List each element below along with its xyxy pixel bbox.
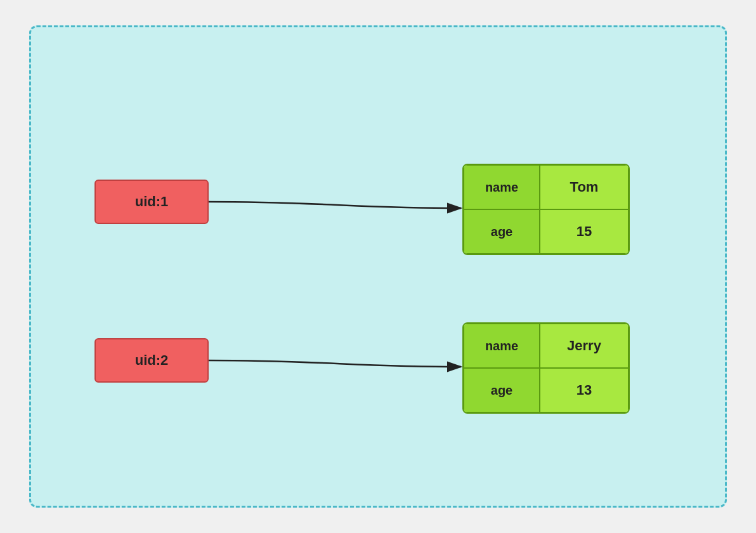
record-table-1: name Tom age 15 <box>462 164 630 255</box>
record-table-2: name Jerry age 13 <box>462 322 630 414</box>
arrow-uid2-record2 <box>209 360 461 367</box>
diagram-canvas: uid:1 uid:2 name Tom age 15 name Jerry a… <box>29 25 727 508</box>
record1-age-key: age <box>464 209 540 254</box>
record2-age-key: age <box>464 368 540 412</box>
record2-age-value: 13 <box>540 368 629 412</box>
record1-age-value: 15 <box>540 209 629 254</box>
uid-box-1: uid:1 <box>94 180 209 224</box>
arrow-uid1-record1 <box>209 202 461 208</box>
uid-label-1: uid:1 <box>135 194 169 210</box>
uid-box-2: uid:2 <box>94 338 209 383</box>
record2-name-key: name <box>464 324 540 368</box>
record2-name-value: Jerry <box>540 324 629 368</box>
record1-name-value: Tom <box>540 165 629 209</box>
uid-label-2: uid:2 <box>135 352 169 369</box>
arrows-svg <box>31 27 725 506</box>
record1-name-key: name <box>464 165 540 209</box>
